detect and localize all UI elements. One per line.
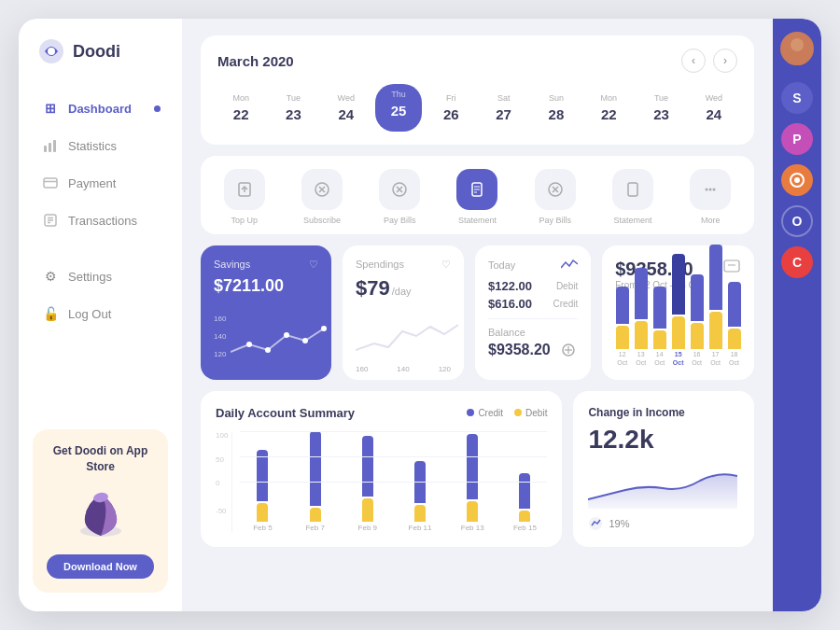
action-statement2[interactable]: Statement <box>612 169 653 225</box>
action-statement-active[interactable]: Statement <box>456 169 497 225</box>
more-label: More <box>701 216 721 225</box>
cal-day-5[interactable]: Sat27 <box>480 88 526 128</box>
income-chart <box>588 462 739 509</box>
action-topup[interactable]: Top Up <box>224 169 265 225</box>
cal-day-1[interactable]: Tue23 <box>270 88 316 128</box>
statement2-label: Statement <box>614 216 652 225</box>
paybills1-icon-wrap <box>379 169 420 210</box>
nav-item-dashboard[interactable]: ⊞ Dashboard <box>33 91 168 125</box>
income-footer: 19% <box>588 516 739 531</box>
today-debit-label: Debit <box>556 281 578 291</box>
logout-icon: 🔓 <box>42 305 59 322</box>
cal-day-8[interactable]: Tue23 <box>637 88 684 128</box>
daily-summary-card: Daily Account Summary Credit Debit 10050… <box>201 391 562 547</box>
balance-icon <box>559 343 578 357</box>
nav-item-logout[interactable]: 🔓 Log Out <box>33 297 168 330</box>
income-amount: 12.2k <box>588 425 739 455</box>
promo-3d-image <box>68 484 133 545</box>
rp-badge-c[interactable]: C <box>781 246 813 278</box>
today-credit-label: Credit <box>553 299 579 309</box>
action-paybills1[interactable]: Pay Bills <box>379 169 420 225</box>
cal-next-button[interactable]: › <box>713 49 737 73</box>
income-title: Change in Income <box>588 406 739 419</box>
svg-point-35 <box>302 338 308 343</box>
paybills2-icon-wrap <box>535 169 576 210</box>
big-stat-icon <box>722 259 741 273</box>
cal-day-0[interactable]: Mon22 <box>217 88 264 128</box>
savings-heart-icon: ♡ <box>309 259 318 271</box>
nav-item-transactions[interactable]: Transactions <box>33 203 168 237</box>
income-card: Change in Income 12.2k <box>573 391 754 547</box>
transactions-icon <box>42 212 59 229</box>
svg-point-42 <box>589 517 602 530</box>
statistics-icon <box>42 137 59 154</box>
statement2-icon-wrap <box>612 169 653 210</box>
nav-item-settings[interactable]: ⚙ Settings <box>33 259 168 293</box>
today-debit-amount: $122.00 <box>488 279 532 293</box>
topup-label: Top Up <box>231 216 258 225</box>
promo-title: Get Doodi on App Store <box>47 443 154 475</box>
spendings-chart: 160 140 120 <box>356 308 451 359</box>
payment-icon <box>42 175 59 191</box>
cal-day-3[interactable]: Thu 25 <box>375 84 422 132</box>
svg-rect-28 <box>628 183 637 196</box>
cal-prev-button[interactable]: ‹ <box>681 49 706 73</box>
today-card: Today $122.00 Debit $616.00 Credit Balan… <box>475 245 591 380</box>
main-content: March 2020 ‹ › Mon22 Tue23 Wed24 Thu 25 … <box>182 19 773 611</box>
svg-point-32 <box>246 342 252 347</box>
svg-point-45 <box>791 38 804 51</box>
paybills2-label: Pay Bills <box>539 216 572 225</box>
statement-icon-wrap <box>456 169 497 210</box>
rp-badge-p[interactable]: P <box>781 123 813 155</box>
svg-point-34 <box>284 332 289 338</box>
app-container: Doodi ⊞ Dashboard Statistics Payment Tra… <box>19 19 821 611</box>
paybills1-label: Pay Bills <box>384 216 416 225</box>
calendar-nav: ‹ › <box>681 49 737 73</box>
subscribe-icon-wrap <box>301 169 343 210</box>
action-subscribe[interactable]: Subscribe <box>301 169 343 225</box>
svg-rect-40 <box>724 260 739 272</box>
topup-icon-wrap <box>224 169 265 210</box>
income-percent: 19% <box>609 518 629 529</box>
nav-item-payment[interactable]: Payment <box>33 166 168 200</box>
nav-label-transactions: Transactions <box>68 214 137 228</box>
download-button[interactable]: Download Now <box>47 554 154 579</box>
statement-active-label: Statement <box>458 216 497 225</box>
sidebar-promo: Get Doodi on App Store Download Now <box>33 429 168 593</box>
sidebar: Doodi ⊞ Dashboard Statistics Payment Tra… <box>19 19 182 611</box>
spendings-per: /day <box>392 286 412 297</box>
svg-point-31 <box>713 189 716 191</box>
logo-text: Doodi <box>73 42 120 62</box>
calendar-section: March 2020 ‹ › Mon22 Tue23 Wed24 Thu 25 … <box>201 35 754 145</box>
calendar-header: March 2020 ‹ › <box>217 49 737 73</box>
daily-bar-group-0: Feb 5 <box>240 450 285 532</box>
daily-bar-group-2: Feb 9 <box>345 436 390 532</box>
spendings-heart-icon: ♡ <box>441 259 451 271</box>
nav-label-payment: Payment <box>68 176 116 190</box>
action-more[interactable]: More <box>690 169 731 225</box>
action-paybills2[interactable]: Pay Bills <box>535 169 576 225</box>
spendings-title-label: Spendings <box>356 259 404 271</box>
svg-point-47 <box>794 177 800 183</box>
calendar-days: Mon22 Tue23 Wed24 Thu 25 Fri26 Sat27 Sun… <box>217 84 737 132</box>
svg-point-36 <box>321 326 327 331</box>
settings-icon: ⚙ <box>42 268 59 285</box>
cal-day-9[interactable]: Wed24 <box>691 88 737 128</box>
nav-label-logout: Log Out <box>68 307 111 321</box>
rp-badge-o2[interactable]: O <box>781 205 813 237</box>
rp-badge-o1[interactable] <box>781 164 813 196</box>
user-avatar[interactable] <box>780 32 814 65</box>
cal-day-2[interactable]: Wed24 <box>323 88 370 128</box>
today-title: Today <box>488 259 515 271</box>
cal-day-6[interactable]: Sun28 <box>533 88 580 128</box>
svg-point-33 <box>265 347 271 353</box>
cal-day-7[interactable]: Mon22 <box>585 88 632 128</box>
nav-item-statistics[interactable]: Statistics <box>33 129 168 162</box>
savings-mini-chart: 160140120 <box>214 315 318 361</box>
rp-badge-s[interactable]: S <box>781 82 813 114</box>
subscribe-label: Subscribe <box>303 216 341 225</box>
svg-point-1 <box>48 48 55 55</box>
cal-day-4[interactable]: Fri26 <box>427 88 474 128</box>
daily-summary-title: Daily Account Summary <box>216 406 355 420</box>
spendings-card: Spendings ♡ $79 /day 160 140 120 <box>343 245 464 380</box>
